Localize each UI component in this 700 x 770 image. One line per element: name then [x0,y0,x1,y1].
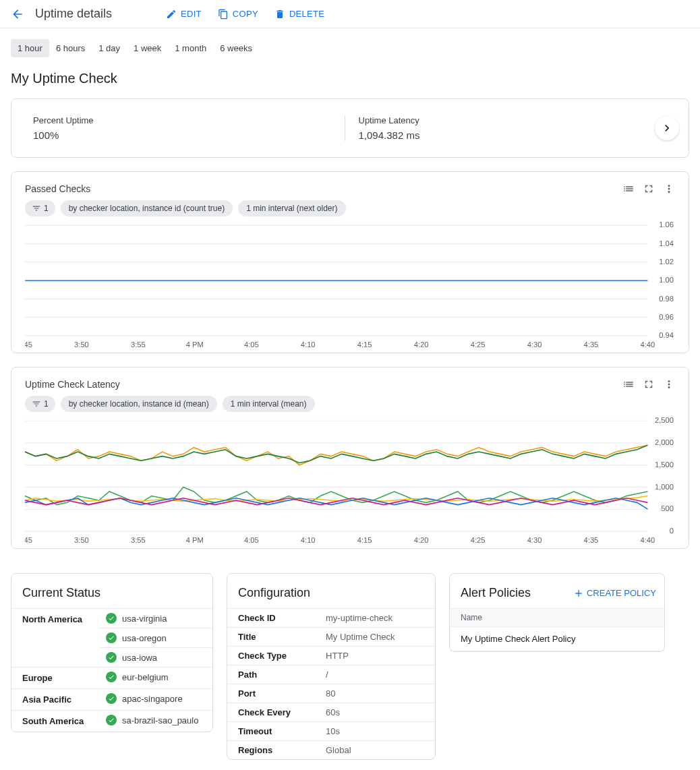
config-row: Timeout10s [227,721,435,740]
more-icon[interactable] [663,183,675,195]
pencil-icon [166,9,177,20]
svg-text:4:35: 4:35 [584,536,599,544]
latency-chart-card: Uptime Check Latency 1 by checker locati… [11,367,689,549]
filter-pill[interactable]: 1 [25,396,55,412]
time-tab[interactable]: 1 month [168,39,213,57]
time-range-tabs: 1 hour6 hours1 day1 week1 month6 weeks [11,39,689,57]
region-label: North America [11,609,99,667]
config-row: Check TypeHTTP [227,646,435,665]
config-row: Check IDmy-uptime-check [227,608,435,627]
svg-text:4:40: 4:40 [641,536,655,544]
back-button[interactable] [11,7,24,21]
time-tab[interactable]: 6 hours [49,39,92,57]
svg-text:4:25: 4:25 [471,340,486,349]
time-tab[interactable]: 1 hour [11,39,49,57]
svg-text:4 PM: 4 PM [186,340,204,349]
legend-icon[interactable] [622,378,635,390]
svg-text:3:45: 3:45 [25,340,32,349]
svg-text:4:30: 4:30 [527,536,542,544]
svg-text:2,500: 2,500 [655,417,674,424]
chart-area: 0.940.960.981.001.021.041.063:453:503:55… [25,222,675,350]
passed-checks-chart-card: Passed Checks 1 by checker location, ins… [11,171,689,353]
metrics-card: Percent Uptime 100% Uptime Latency 1,094… [11,98,689,158]
chart-area: 05001,0001,5002,0002,5003:453:503:554 PM… [25,417,675,545]
filter-pill[interactable]: 1 [25,200,55,216]
svg-text:4:30: 4:30 [527,340,542,349]
svg-text:4:20: 4:20 [414,340,429,349]
card-title: Configuration [227,574,435,608]
config-row: Check Every60s [227,703,435,721]
config-row: TitleMy Uptime Check [227,627,435,646]
status-item: eur-belgium [99,668,212,686]
filter-icon [32,399,41,409]
svg-text:3:55: 3:55 [131,340,146,349]
svg-text:0: 0 [670,527,674,535]
svg-text:4:40: 4:40 [641,340,655,349]
check-circle-icon [106,613,117,624]
table-header: Name [450,608,664,627]
svg-text:3:55: 3:55 [131,536,146,544]
copy-icon [218,9,229,20]
interval-pill[interactable]: 1 min interval (next older) [238,200,345,216]
aggregation-pill[interactable]: by checker location, instance id (mean) [61,396,217,412]
svg-text:1.00: 1.00 [659,276,674,284]
metric-label: Percent Uptime [33,115,342,125]
plus-icon [573,588,584,599]
time-tab[interactable]: 1 day [92,39,127,57]
svg-text:1,500: 1,500 [655,461,674,469]
region-label: Asia Pacific [11,689,99,710]
edit-button[interactable]: EDIT [166,9,202,20]
current-status-card: Current Status North Americausa-virginia… [11,573,213,732]
chevron-right-icon [660,121,674,135]
svg-text:1.02: 1.02 [659,258,674,266]
svg-text:4:10: 4:10 [301,536,316,544]
region-label: South America [11,711,99,732]
svg-text:4:05: 4:05 [244,340,259,349]
check-circle-icon [106,715,117,725]
alert-policy-row[interactable]: My Uptime Check Alert Policy [450,627,664,651]
next-button[interactable] [655,116,679,140]
svg-text:500: 500 [661,504,674,512]
svg-text:4 PM: 4 PM [186,536,204,544]
svg-text:3:50: 3:50 [74,536,89,544]
check-circle-icon [106,652,117,663]
status-item: usa-virginia [99,609,212,628]
time-tab[interactable]: 1 week [127,39,168,57]
page-title: Uptime details [35,7,112,21]
check-circle-icon [106,632,117,643]
svg-text:4:35: 4:35 [584,340,599,349]
svg-text:0.96: 0.96 [659,313,674,321]
copy-button[interactable]: COPY [218,9,258,20]
delete-button[interactable]: DELETE [274,9,324,20]
alert-policies-card: Alert Policies CREATE POLICY Name My Upt… [449,573,665,652]
config-row: Port80 [227,684,435,703]
filter-icon [32,204,41,213]
status-item: usa-oregon [99,628,212,648]
svg-text:1.06: 1.06 [659,222,674,229]
time-tab[interactable]: 6 weeks [213,39,259,57]
chart-title: Uptime Check Latency [25,379,622,390]
trash-icon [274,9,285,20]
status-item: apac-singapore [99,689,212,708]
svg-text:4:15: 4:15 [357,340,372,349]
fullscreen-icon[interactable] [643,378,655,390]
legend-icon[interactable] [622,183,635,195]
check-name-heading: My Uptime Check [11,71,689,86]
metric-value: 100% [33,129,342,141]
metric-value: 1,094.382 ms [359,129,668,141]
svg-text:0.94: 0.94 [659,331,674,339]
interval-pill[interactable]: 1 min interval (mean) [223,396,315,412]
svg-text:1,000: 1,000 [655,482,674,490]
svg-text:4:20: 4:20 [414,536,429,544]
config-row: Path/ [227,665,435,684]
svg-text:4:25: 4:25 [471,536,486,544]
config-row: RegionsGlobal [227,740,435,759]
check-circle-icon [106,672,117,682]
svg-text:3:50: 3:50 [74,340,89,349]
card-title: Current Status [11,574,212,608]
more-icon[interactable] [663,378,675,390]
check-circle-icon [106,693,117,704]
aggregation-pill[interactable]: by checker location, instance id (count … [61,200,233,216]
create-policy-button[interactable]: CREATE POLICY [573,588,656,599]
fullscreen-icon[interactable] [643,183,655,195]
